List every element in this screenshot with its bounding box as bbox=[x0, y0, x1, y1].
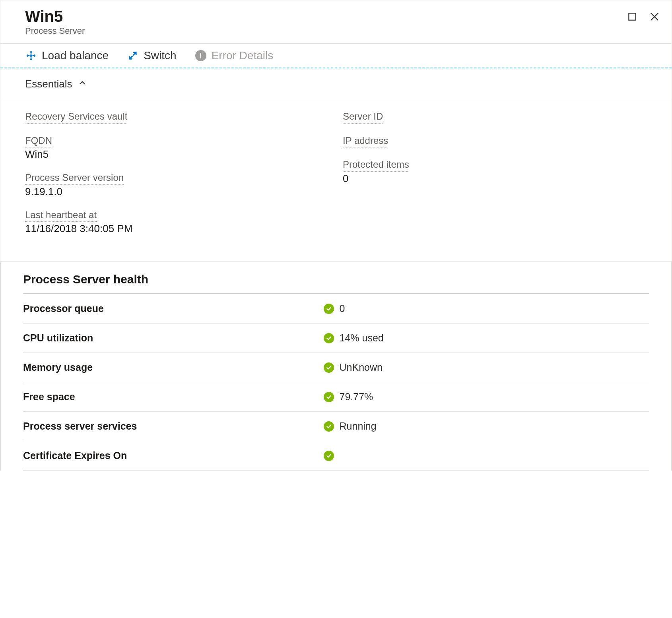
svg-point-1 bbox=[30, 54, 32, 57]
health-row-status: Running bbox=[324, 420, 377, 432]
health-row-status: 14% used bbox=[324, 332, 384, 344]
health-row-status: UnKnown bbox=[324, 362, 383, 373]
field-label: Server ID bbox=[343, 110, 383, 124]
switch-button[interactable]: Switch bbox=[127, 49, 176, 62]
health-row: CPU utilization14% used bbox=[23, 324, 649, 353]
field-label: Protected items bbox=[343, 158, 409, 172]
blade-header: Win5 Process Server bbox=[0, 0, 672, 44]
essentials-left-column: Recovery Services vault FQDN Win5 Proces… bbox=[25, 110, 343, 245]
health-row-label: CPU utilization bbox=[23, 332, 324, 344]
svg-rect-0 bbox=[629, 13, 635, 20]
status-ok-icon bbox=[324, 421, 334, 432]
health-row-label: Memory usage bbox=[23, 362, 324, 373]
health-row: Process server servicesRunning bbox=[23, 412, 649, 441]
field-fqdn: FQDN Win5 bbox=[25, 134, 343, 161]
restore-icon[interactable] bbox=[626, 11, 638, 23]
switch-icon bbox=[127, 50, 139, 62]
field-label: Last heartbeat at bbox=[25, 208, 97, 222]
essentials-body: Recovery Services vault FQDN Win5 Proces… bbox=[0, 100, 672, 256]
toolbar-item-label: Load balance bbox=[42, 49, 109, 62]
toolbar-item-label: Switch bbox=[144, 49, 176, 62]
health-row-label: Free space bbox=[23, 391, 324, 403]
header-actions bbox=[626, 8, 660, 23]
health-row-value: 0 bbox=[340, 303, 345, 314]
health-panel: Process Server health Processor queue0CP… bbox=[0, 261, 672, 471]
status-ok-icon bbox=[324, 362, 334, 373]
health-row-label: Certificate Expires On bbox=[23, 450, 324, 461]
field-ip-address: IP address bbox=[343, 134, 660, 148]
page-title: Win5 bbox=[25, 8, 626, 25]
health-title: Process Server health bbox=[23, 273, 649, 294]
status-ok-icon bbox=[324, 304, 334, 314]
status-ok-icon bbox=[324, 392, 334, 402]
health-row-value: 14% used bbox=[340, 332, 384, 344]
field-value: 9.19.1.0 bbox=[25, 186, 343, 198]
health-row-label: Process server services bbox=[23, 420, 324, 432]
health-row: Processor queue0 bbox=[23, 294, 649, 324]
health-row-value: UnKnown bbox=[340, 362, 383, 373]
status-ok-icon bbox=[324, 451, 334, 461]
field-value: Win5 bbox=[25, 148, 343, 161]
essentials-right-column: Server ID IP address Protected items 0 bbox=[343, 110, 660, 245]
header-titles: Win5 Process Server bbox=[25, 8, 626, 36]
close-icon[interactable] bbox=[649, 11, 660, 23]
error-details-icon: ! bbox=[195, 50, 207, 62]
field-protected-items: Protected items 0 bbox=[343, 158, 660, 185]
field-label: FQDN bbox=[25, 134, 52, 148]
health-row-value: 79.77% bbox=[340, 391, 373, 403]
health-row: Certificate Expires On bbox=[23, 441, 649, 471]
toolbar: Load balance Switch ! Error Details bbox=[0, 44, 672, 68]
toolbar-item-label: Error Details bbox=[212, 49, 274, 62]
health-row: Free space79.77% bbox=[23, 382, 649, 412]
essentials-toggle[interactable]: Essentials bbox=[0, 68, 672, 100]
essentials-label: Essentials bbox=[25, 78, 72, 90]
page-subtitle: Process Server bbox=[25, 26, 626, 36]
status-ok-icon bbox=[324, 333, 334, 343]
chevron-up-icon bbox=[78, 78, 87, 90]
field-process-server-version: Process Server version 9.19.1.0 bbox=[25, 171, 343, 198]
health-row: Memory usageUnKnown bbox=[23, 353, 649, 382]
load-balance-button[interactable]: Load balance bbox=[25, 49, 109, 62]
field-label: Process Server version bbox=[25, 171, 124, 185]
health-row-value: Running bbox=[340, 420, 377, 432]
health-row-status bbox=[324, 451, 340, 461]
field-value: 0 bbox=[343, 172, 660, 185]
field-server-id: Server ID bbox=[343, 110, 660, 124]
health-row-status: 79.77% bbox=[324, 391, 373, 403]
error-details-button: ! Error Details bbox=[195, 49, 274, 62]
field-label: Recovery Services vault bbox=[25, 110, 127, 124]
blade-root: Win5 Process Server Load balance bbox=[0, 0, 672, 471]
load-balance-icon bbox=[25, 50, 37, 62]
field-last-heartbeat: Last heartbeat at 11/16/2018 3:40:05 PM bbox=[25, 208, 343, 235]
health-row-label: Processor queue bbox=[23, 303, 324, 314]
field-label: IP address bbox=[343, 134, 388, 148]
field-recovery-vault: Recovery Services vault bbox=[25, 110, 343, 124]
field-value: 11/16/2018 3:40:05 PM bbox=[25, 223, 343, 235]
health-rows: Processor queue0CPU utilization14% usedM… bbox=[23, 294, 649, 471]
health-row-status: 0 bbox=[324, 303, 345, 314]
